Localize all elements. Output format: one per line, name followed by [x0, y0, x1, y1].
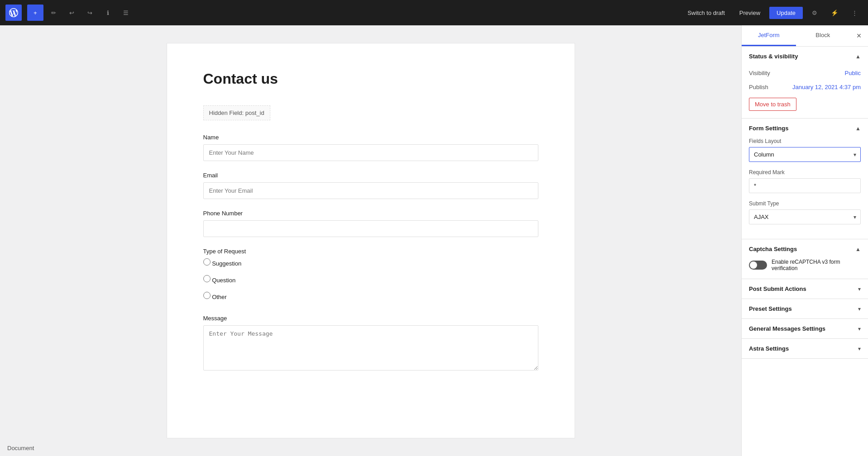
submit-type-group: Submit Type AJAX Page Reload: [749, 200, 861, 224]
lightning-button[interactable]: ⚡: [826, 5, 843, 21]
plus-icon: +: [34, 10, 37, 16]
radio-suggestion-label: Suggestion: [212, 260, 241, 267]
form-settings-title: Form Settings: [749, 125, 788, 132]
submit-type-select[interactable]: AJAX Page Reload: [749, 209, 861, 224]
fields-layout-group: Fields Layout Column Row Inline: [749, 138, 861, 162]
required-mark-label: Required Mark: [749, 169, 861, 176]
toolbar-right: Switch to draft Preview Update ⚙ ⚡ ⋮: [682, 5, 863, 21]
more-options-button[interactable]: ⋮: [846, 5, 863, 21]
publish-label: Publish: [749, 84, 768, 90]
phone-label: Phone Number: [203, 210, 538, 217]
fields-layout-select[interactable]: Column Row Inline: [749, 147, 861, 162]
phone-input[interactable]: [203, 220, 538, 237]
panel-close-button[interactable]: ×: [850, 25, 868, 46]
preset-settings-header[interactable]: Preset Settings ▾: [742, 299, 868, 318]
recaptcha-toggle-row: Enable reCAPTCHA v3 form verification: [749, 259, 861, 271]
redo-icon: ↪: [87, 10, 92, 16]
email-field: Email: [203, 172, 538, 199]
form-settings-chevron: ▲: [855, 125, 861, 132]
undo-button[interactable]: ↩: [63, 5, 80, 21]
undo-icon: ↩: [69, 10, 74, 16]
edit-button[interactable]: ✏: [45, 5, 62, 21]
ellipsis-icon: ⋮: [852, 10, 858, 16]
recaptcha-toggle[interactable]: [749, 261, 767, 270]
main-layout: Contact us Hidden Field: post_id Name Em…: [0, 25, 868, 456]
astra-settings-section: Astra Settings ▾: [742, 339, 868, 359]
name-field: Name: [203, 134, 538, 161]
hidden-field: Hidden Field: post_id: [203, 105, 270, 120]
message-label: Message: [203, 315, 538, 322]
status-visibility-header[interactable]: Status & visibility ▲: [742, 47, 868, 66]
general-messages-settings-chevron: ▾: [858, 326, 861, 332]
visibility-value[interactable]: Public: [845, 70, 861, 76]
phone-field: Phone Number: [203, 210, 538, 237]
required-mark-input[interactable]: [749, 178, 861, 193]
captcha-settings-title: Captcha Settings: [749, 246, 797, 252]
visibility-row: Visibility Public: [749, 66, 861, 80]
info-button[interactable]: ℹ: [100, 5, 116, 21]
tab-jetform[interactable]: JetForm: [742, 25, 796, 46]
post-submit-actions-header[interactable]: Post Submit Actions ▾: [742, 279, 868, 299]
radio-group: Suggestion Question Other: [203, 258, 538, 304]
astra-settings-chevron: ▾: [858, 346, 861, 352]
email-input[interactable]: [203, 182, 538, 199]
form-settings-header[interactable]: Form Settings ▲: [742, 119, 868, 138]
radio-other-label: Other: [212, 294, 227, 300]
publish-value[interactable]: January 12, 2021 4:37 pm: [792, 84, 861, 90]
email-label: Email: [203, 172, 538, 179]
name-label: Name: [203, 134, 538, 141]
page-title: Contact us: [203, 71, 538, 87]
captcha-settings-chevron: ▲: [855, 246, 861, 252]
general-messages-settings-section: General Messages Settings ▾: [742, 319, 868, 339]
post-submit-actions-chevron: ▾: [858, 286, 861, 292]
astra-settings-header[interactable]: Astra Settings ▾: [742, 339, 868, 358]
post-submit-actions-title: Post Submit Actions: [749, 285, 806, 292]
name-input[interactable]: [203, 144, 538, 161]
settings-button[interactable]: ⚙: [806, 5, 823, 21]
gear-icon: ⚙: [812, 10, 817, 16]
wordpress-logo[interactable]: [5, 5, 22, 21]
type-of-request-field: Type of Request Suggestion Question Othe…: [203, 248, 538, 304]
fields-layout-select-wrapper: Column Row Inline: [749, 147, 861, 162]
radio-other-input[interactable]: [203, 292, 211, 299]
form-settings-section: Form Settings ▲ Fields Layout Column Row…: [742, 119, 868, 239]
radio-question-input[interactable]: [203, 275, 211, 282]
toolbar: + ✏ ↩ ↪ ℹ ☰ Switch to draft Preview Upda…: [0, 0, 868, 25]
radio-suggestion[interactable]: Suggestion: [203, 258, 538, 267]
submit-type-select-wrapper: AJAX Page Reload: [749, 209, 861, 224]
status-visibility-title: Status & visibility: [749, 53, 798, 60]
general-messages-settings-header[interactable]: General Messages Settings ▾: [742, 319, 868, 338]
general-messages-settings-title: General Messages Settings: [749, 325, 825, 332]
insert-button[interactable]: +: [27, 5, 43, 21]
radio-suggestion-input[interactable]: [203, 258, 211, 266]
right-panel: JetForm Block × Status & visibility ▲ Vi…: [741, 25, 868, 456]
panel-tabs: JetForm Block ×: [742, 25, 868, 47]
captcha-settings-content: Enable reCAPTCHA v3 form verification: [742, 259, 868, 279]
pencil-icon: ✏: [51, 10, 56, 16]
preset-settings-title: Preset Settings: [749, 305, 792, 312]
switch-to-draft-button[interactable]: Switch to draft: [682, 7, 730, 19]
list-view-button[interactable]: ☰: [118, 5, 134, 21]
status-visibility-section: Status & visibility ▲ Visibility Public …: [742, 47, 868, 119]
visibility-label: Visibility: [749, 70, 770, 76]
toolbar-left: + ✏ ↩ ↪ ℹ ☰: [5, 5, 134, 21]
radio-other[interactable]: Other: [203, 292, 538, 300]
update-button[interactable]: Update: [769, 7, 803, 19]
move-to-trash-button[interactable]: Move to trash: [749, 98, 796, 111]
message-textarea[interactable]: [203, 325, 538, 370]
form-settings-content: Fields Layout Column Row Inline Required…: [742, 138, 868, 239]
document-label: Document: [7, 445, 34, 451]
post-submit-actions-section: Post Submit Actions ▾: [742, 279, 868, 299]
fields-layout-label: Fields Layout: [749, 138, 861, 144]
astra-settings-title: Astra Settings: [749, 345, 789, 352]
captcha-settings-header[interactable]: Captcha Settings ▲: [742, 239, 868, 259]
redo-button[interactable]: ↪: [82, 5, 98, 21]
list-icon: ☰: [123, 10, 129, 16]
editor-area: Contact us Hidden Field: post_id Name Em…: [0, 25, 741, 456]
preview-button[interactable]: Preview: [734, 7, 766, 19]
radio-question-label: Question: [212, 277, 235, 284]
radio-question[interactable]: Question: [203, 275, 538, 284]
tab-block[interactable]: Block: [796, 25, 850, 46]
status-visibility-content: Visibility Public Publish January 12, 20…: [742, 66, 868, 118]
editor-content: Contact us Hidden Field: post_id Name Em…: [167, 43, 575, 438]
